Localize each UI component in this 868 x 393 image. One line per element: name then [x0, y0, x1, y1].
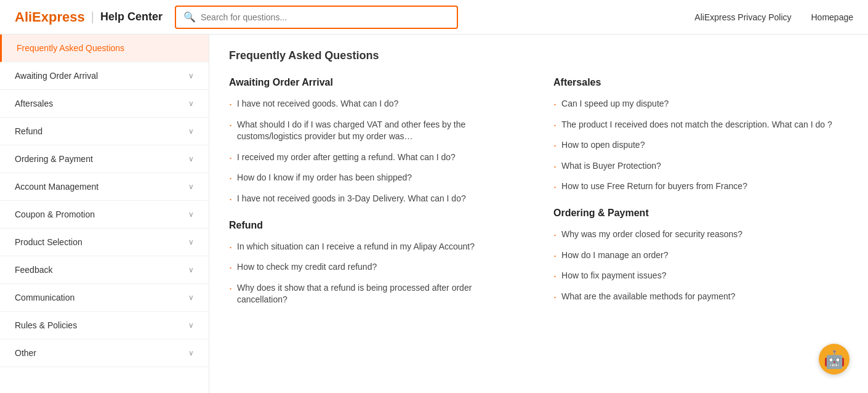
faq-item-text: What are the available methods for payme… — [561, 291, 736, 303]
chevron-down-icon: ∨ — [188, 349, 194, 357]
logo-divider: | — [91, 10, 94, 24]
header: AliExpress | Help Center 🔍 AliExpress Pr… — [0, 0, 868, 34]
faq-item[interactable]: ·How do I know if my order has been ship… — [229, 172, 524, 184]
chevron-down-icon: ∨ — [188, 182, 194, 191]
help-center-logo: Help Center — [100, 10, 163, 23]
faq-bullet-icon: · — [229, 120, 232, 131]
faq-item[interactable]: ·The product I received does not match t… — [553, 119, 848, 131]
privacy-policy-link[interactable]: AliExpress Privacy Policy — [694, 12, 791, 22]
faq-item[interactable]: ·How to check my credit card refund? — [229, 261, 524, 273]
faq-bullet-icon: · — [229, 262, 232, 273]
sidebar-item-awaiting-order-arrival[interactable]: Awaiting Order Arrival∨ — [0, 62, 209, 90]
sidebar-item-label: Feedback — [15, 265, 52, 275]
faq-bullet-icon: · — [229, 99, 232, 110]
ordering-payment-section-title: Ordering & Payment — [553, 208, 848, 219]
chevron-down-icon: ∨ — [188, 155, 194, 163]
faq-item-text: In which situation can I receive a refun… — [237, 241, 475, 253]
faq-item[interactable]: ·I received my order after getting a ref… — [229, 152, 524, 164]
faq-bullet-icon: · — [229, 193, 232, 205]
faq-column-right: Aftersales·Can I speed up my dispute?·Th… — [553, 77, 848, 321]
sidebar-item-feedback[interactable]: Feedback∨ — [0, 256, 209, 284]
faq-item-text: What is Buyer Protection? — [561, 160, 661, 172]
faq-item[interactable]: ·How to open dispute? — [553, 139, 848, 152]
sidebar-item-communication[interactable]: Communication∨ — [0, 284, 209, 312]
aftersales-section-list: ·Can I speed up my dispute?·The product … — [553, 98, 848, 193]
faq-item-text: How to use Free Return for buyers from F… — [561, 180, 747, 193]
faq-bullet-icon: · — [229, 283, 232, 294]
sidebar: Frequently Asked QuestionsAwaiting Order… — [0, 34, 209, 393]
logo-area: AliExpress | Help Center — [15, 9, 163, 25]
sidebar-item-other[interactable]: Other∨ — [0, 339, 209, 367]
faq-item[interactable]: ·How to use Free Return for buyers from … — [553, 180, 848, 193]
sidebar-item-frequently-asked-questions[interactable]: Frequently Asked Questions — [0, 34, 209, 62]
faq-item-text: Why does it show that a refund is being … — [237, 282, 524, 306]
search-bar[interactable]: 🔍 — [175, 6, 458, 29]
sidebar-item-label: Communication — [15, 293, 74, 302]
faq-item-text: I have not received goods in 3-Day Deliv… — [237, 193, 466, 205]
faq-item-text: How do I manage an order? — [561, 249, 669, 262]
faq-bullet-icon: · — [553, 161, 557, 172]
faq-item-text: I have not received goods. What can I do… — [237, 98, 398, 110]
faq-item[interactable]: ·I have not received goods in 3-Day Deli… — [229, 193, 524, 205]
sidebar-item-label: Aftersales — [15, 99, 53, 108]
sidebar-item-coupon-promotion[interactable]: Coupon & Promotion∨ — [0, 201, 209, 229]
aftersales-section: Aftersales·Can I speed up my dispute?·Th… — [553, 77, 848, 193]
faq-item[interactable]: ·Can I speed up my dispute? — [553, 98, 848, 110]
robot-assistant[interactable]: 🤖 — [819, 344, 856, 381]
faq-item-text: The product I received does not match th… — [561, 119, 832, 131]
faq-bullet-icon: · — [553, 181, 557, 192]
sidebar-item-refund[interactable]: Refund∨ — [0, 118, 209, 145]
sidebar-item-account-management[interactable]: Account Management∨ — [0, 173, 209, 201]
faq-bullet-icon: · — [553, 120, 557, 131]
sidebar-item-ordering-payment[interactable]: Ordering & Payment∨ — [0, 145, 209, 173]
faq-item[interactable]: ·How do I manage an order? — [553, 249, 848, 262]
header-nav: AliExpress Privacy Policy Homepage — [694, 12, 853, 22]
search-input[interactable] — [201, 12, 449, 22]
faq-item[interactable]: ·What are the available methods for paym… — [553, 291, 848, 303]
faq-bullet-icon: · — [553, 270, 557, 282]
aliexpress-logo: AliExpress — [15, 9, 85, 25]
faq-item[interactable]: ·What should I do if I was charged VAT a… — [229, 119, 524, 143]
aftersales-section-title: Aftersales — [553, 77, 848, 88]
chevron-down-icon: ∨ — [188, 238, 194, 246]
refund-section-list: ·In which situation can I receive a refu… — [229, 241, 524, 306]
sidebar-item-label: Ordering & Payment — [15, 154, 93, 164]
faq-column-left: Awaiting Order Arrival·I have not receiv… — [229, 77, 524, 321]
sidebar-item-product-selection[interactable]: Product Selection∨ — [0, 229, 209, 256]
faq-item[interactable]: ·How to fix payment issues? — [553, 270, 848, 282]
faq-item-text: How to open dispute? — [561, 139, 645, 152]
homepage-link[interactable]: Homepage — [811, 12, 854, 22]
robot-icon: 🤖 — [819, 344, 850, 375]
faq-item[interactable]: ·Why was my order closed for security re… — [553, 229, 848, 241]
faq-bullet-icon: · — [553, 229, 557, 240]
sidebar-item-aftersales[interactable]: Aftersales∨ — [0, 90, 209, 118]
chevron-down-icon: ∨ — [188, 127, 194, 136]
faq-grid: Awaiting Order Arrival·I have not receiv… — [229, 77, 848, 321]
faq-item[interactable]: ·I have not received goods. What can I d… — [229, 98, 524, 110]
faq-bullet-icon: · — [553, 99, 557, 110]
refund-section: Refund·In which situation can I receive … — [229, 220, 524, 306]
page-layout: Frequently Asked QuestionsAwaiting Order… — [0, 34, 868, 393]
chevron-down-icon: ∨ — [188, 321, 194, 330]
ordering-payment-section-list: ·Why was my order closed for security re… — [553, 229, 848, 302]
faq-item[interactable]: ·What is Buyer Protection? — [553, 160, 848, 172]
sidebar-item-rules-policies[interactable]: Rules & Policies∨ — [0, 312, 209, 339]
awaiting-order-arrival-section-title: Awaiting Order Arrival — [229, 77, 524, 88]
faq-item-text: I received my order after getting a refu… — [237, 152, 456, 164]
faq-bullet-icon: · — [229, 241, 232, 253]
sidebar-item-label: Awaiting Order Arrival — [15, 71, 98, 81]
chevron-down-icon: ∨ — [188, 210, 194, 219]
sidebar-item-label: Rules & Policies — [15, 320, 77, 330]
faq-item-text: How to check my credit card refund? — [237, 261, 377, 273]
chevron-down-icon: ∨ — [188, 265, 194, 274]
faq-item[interactable]: ·Why does it show that a refund is being… — [229, 282, 524, 306]
refund-section-title: Refund — [229, 220, 524, 231]
faq-item[interactable]: ·In which situation can I receive a refu… — [229, 241, 524, 253]
faq-item-text: Why was my order closed for security rea… — [561, 229, 742, 241]
chevron-down-icon: ∨ — [188, 99, 194, 108]
main-content: Frequently Asked Questions Awaiting Orde… — [209, 34, 868, 393]
sidebar-item-label: Frequently Asked Questions — [17, 43, 124, 53]
faq-item-text: How do I know if my order has been shipp… — [237, 172, 412, 184]
sidebar-item-label: Account Management — [15, 182, 98, 192]
sidebar-item-label: Other — [15, 348, 36, 358]
